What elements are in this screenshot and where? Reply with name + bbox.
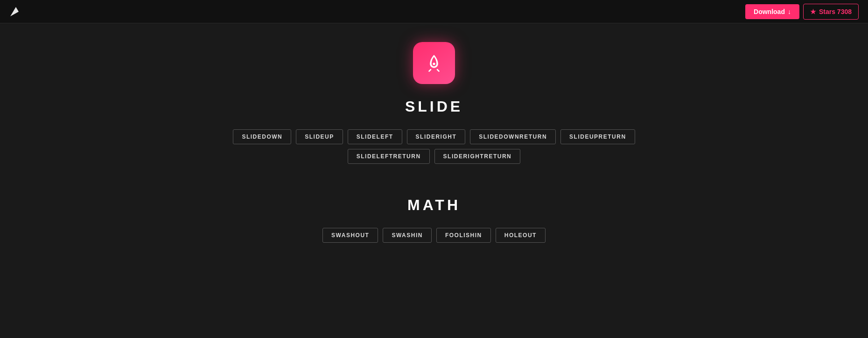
svg-marker-0 bbox=[10, 7, 19, 16]
app-icon bbox=[413, 42, 455, 84]
download-arrow-icon: ↓ bbox=[788, 8, 791, 15]
tag-holeout[interactable]: HOLEOUT bbox=[496, 228, 546, 243]
app-icon-wrapper bbox=[413, 42, 455, 84]
tag-slideup[interactable]: SLIDEUP bbox=[296, 129, 343, 144]
math-section-title: MATH bbox=[407, 197, 461, 214]
math-tags-container: SWASHOUT SWASHIN FOOLISHIN HOLEOUT bbox=[322, 228, 546, 243]
tag-slidedownreturn[interactable]: SLIDEDOWNRETURN bbox=[470, 129, 556, 144]
header: Download ↓ ★ Stars 7308 bbox=[0, 0, 868, 23]
logo[interactable] bbox=[9, 5, 22, 18]
main-content: SLIDE SLIDEDOWN SLIDEUP SLIDELEFT SLIDER… bbox=[0, 0, 868, 257]
rocket-icon bbox=[424, 53, 444, 73]
header-actions: Download ↓ ★ Stars 7308 bbox=[745, 4, 859, 20]
section-math: MATH SWASHOUT SWASHIN FOOLISHIN HOLEOUT bbox=[0, 197, 868, 243]
tag-swashout[interactable]: SWASHOUT bbox=[322, 228, 378, 243]
section-slide: SLIDE SLIDEDOWN SLIDEUP SLIDELEFT SLIDER… bbox=[0, 98, 868, 164]
logo-icon bbox=[9, 5, 22, 18]
stars-label: Stars 7308 bbox=[819, 8, 852, 15]
star-icon: ★ bbox=[810, 8, 816, 15]
tag-slideupreturn[interactable]: SLIDEUPRETURN bbox=[560, 129, 635, 144]
stars-button[interactable]: ★ Stars 7308 bbox=[803, 4, 859, 20]
tag-sliderightreturn[interactable]: SLIDERIGHTRETURN bbox=[434, 149, 521, 164]
download-label: Download bbox=[754, 8, 785, 15]
download-button[interactable]: Download ↓ bbox=[745, 4, 799, 19]
tag-slideleft[interactable]: SLIDELEFT bbox=[348, 129, 402, 144]
tag-swashin[interactable]: SWASHIN bbox=[383, 228, 432, 243]
slide-section-title: SLIDE bbox=[405, 98, 463, 115]
tag-slideleftreturn[interactable]: SLIDELEFTRETURN bbox=[348, 149, 430, 164]
slide-tags-container: SLIDEDOWN SLIDEUP SLIDELEFT SLIDERIGHT S… bbox=[224, 129, 644, 164]
svg-point-2 bbox=[433, 63, 435, 65]
tag-foolishin[interactable]: FOOLISHIN bbox=[436, 228, 491, 243]
tag-slidedown[interactable]: SLIDEDOWN bbox=[233, 129, 291, 144]
tag-slideright[interactable]: SLIDERIGHT bbox=[407, 129, 466, 144]
